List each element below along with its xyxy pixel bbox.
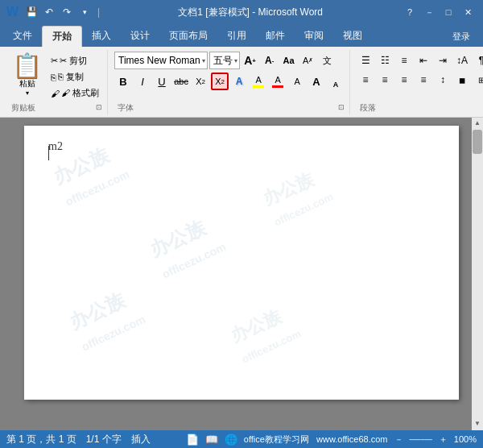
tab-view[interactable]: 视图 — [333, 26, 372, 47]
paste-dropdown-arrow[interactable]: ▾ — [26, 89, 29, 97]
status-left: 第 1 页，共 1 页 1/1 个字 插入 — [6, 433, 151, 446]
paragraph-label: 段落 — [357, 102, 379, 114]
highlight-label: A — [255, 75, 261, 85]
tab-review[interactable]: 审阅 — [295, 26, 333, 47]
tab-login[interactable]: 登录 — [443, 27, 480, 47]
tab-pagelayout[interactable]: 页面布局 — [159, 26, 217, 47]
shading-button[interactable]: ◼ — [453, 71, 471, 89]
tab-references[interactable]: 引用 — [217, 26, 256, 47]
read-view-button[interactable]: 📖 — [205, 433, 218, 446]
justify-button[interactable]: ≡ — [415, 71, 432, 89]
website-label: office教程学习网 www.office68.com — [244, 433, 388, 446]
change-case-button[interactable]: Aa — [280, 52, 298, 69]
tab-mailings[interactable]: 邮件 — [256, 26, 295, 47]
paragraph-row2: ≡ ≡ ≡ ≡ ↕ ◼ ⊞ — [357, 71, 483, 89]
multilevel-button[interactable]: ≡ — [395, 52, 413, 69]
watermark-5: 办公族offlcezu.com — [227, 300, 304, 367]
text-effects-button[interactable]: A — [230, 73, 248, 90]
undo-qa-button[interactable]: ↶ — [41, 4, 57, 20]
font-row2: B I U abc X2 X2 A A A — [114, 73, 345, 90]
italic-button[interactable]: I — [134, 73, 151, 90]
tab-right-area: 登录 — [443, 27, 480, 47]
clipboard-label: 剪贴板 — [8, 102, 39, 114]
font-name-text: Times New Roman — [117, 55, 202, 66]
site-url: www.office68.com — [316, 434, 387, 444]
paste-icon: 📋 — [12, 54, 42, 78]
tab-insert[interactable]: 插入 — [82, 26, 121, 47]
document-text[interactable]: m2 — [48, 140, 63, 153]
qa-dropdown[interactable]: ▾ — [76, 4, 93, 20]
ribbon: 📋 粘贴 ▾ ✂ ✂ 剪切 ⎘ ⎘ 复制 — [0, 47, 483, 118]
window-controls: ? － □ ✕ — [401, 4, 477, 20]
clear-format-button[interactable]: A✗ — [299, 52, 317, 69]
font-shrink-button[interactable]: A- — [261, 52, 279, 69]
superscript-button[interactable]: X2 — [211, 73, 229, 90]
zoom-slider[interactable]: ──── — [410, 435, 432, 444]
font-bottom: 字体 ⊡ — [114, 101, 345, 114]
align-right-button[interactable]: ≡ — [395, 71, 413, 89]
font-group: Times New Roman ▾ 五号 ▾ A+ A- Aa A✗ 文 — [109, 50, 350, 115]
print-view-button[interactable]: 📄 — [186, 433, 199, 446]
clipboard-expander[interactable]: ⊡ — [96, 103, 102, 111]
scroll-down-arrow[interactable]: ▼ — [473, 418, 482, 429]
paragraph-bottom: 段落 ⊡ — [357, 101, 483, 114]
minimize-button[interactable]: － — [420, 4, 438, 20]
font-size-dropdown[interactable]: 五号 ▾ — [209, 52, 240, 69]
font-color-label: A — [275, 75, 280, 85]
tab-design[interactable]: 设计 — [121, 26, 159, 47]
strikethrough-button[interactable]: abc — [172, 73, 190, 90]
help-button[interactable]: ? — [401, 4, 419, 20]
bold-button[interactable]: B — [114, 73, 132, 90]
redo-qa-button[interactable]: ↷ — [59, 4, 75, 20]
quick-access-toolbar: 💾 ↶ ↷ ▾ | — [23, 4, 100, 20]
save-qa-button[interactable]: 💾 — [23, 4, 39, 20]
cut-button[interactable]: ✂ ✂ 剪切 — [47, 53, 102, 68]
show-marks-button[interactable]: ¶ — [473, 52, 483, 69]
clipboard-right-buttons: ✂ ✂ 剪切 ⎘ ⎘ 复制 🖌 🖌 格式刷 — [47, 52, 102, 101]
paragraph-group-content: ☰ ☷ ≡ ⇤ ⇥ ↕A ¶ ≡ ≡ ≡ ≡ ↕ ◼ — [357, 52, 483, 101]
paste-button[interactable]: 📋 粘贴 ▾ — [8, 52, 46, 99]
phonetic-button[interactable]: 文 — [319, 52, 336, 69]
cut-label: ✂ 剪切 — [60, 55, 87, 67]
close-button[interactable]: ✕ — [459, 4, 477, 20]
highlight-color-button[interactable]: A — [250, 73, 267, 89]
document-area: ▲ ▼ 办公族offlcezu.com 办公族offlcezu.com 办公族o… — [0, 118, 483, 448]
watermark-3: 办公族offlcezu.com — [259, 163, 336, 230]
font-color-bar — [272, 85, 283, 88]
scroll-thumb[interactable] — [473, 130, 482, 154]
char-size-big[interactable]: A — [308, 73, 325, 90]
border-button[interactable]: ⊞ — [473, 71, 483, 89]
zoom-in-button[interactable]: ＋ — [439, 433, 448, 446]
center-button[interactable]: ≡ — [376, 71, 394, 89]
font-size-arrow: ▾ — [234, 57, 237, 64]
format-painter-button[interactable]: 🖌 🖌 格式刷 — [47, 85, 102, 101]
underline-button[interactable]: U — [153, 73, 171, 90]
font-color-button[interactable]: A — [269, 73, 287, 89]
subscript-button[interactable]: X2 — [192, 73, 209, 90]
font-group-content: Times New Roman ▾ 五号 ▾ A+ A- Aa A✗ 文 — [114, 52, 345, 101]
numbering-button[interactable]: ☷ — [376, 52, 394, 69]
tab-file[interactable]: 文件 — [3, 26, 42, 47]
zoom-out-button[interactable]: － — [394, 433, 403, 446]
copy-button[interactable]: ⎘ ⎘ 复制 — [47, 69, 102, 85]
tab-home[interactable]: 开始 — [42, 26, 82, 48]
font-grow-button[interactable]: A+ — [242, 52, 259, 69]
line-spacing-button[interactable]: ↕ — [434, 71, 452, 89]
font-name-dropdown[interactable]: Times New Roman ▾ — [114, 52, 208, 69]
sort-button[interactable]: ↕A — [453, 52, 471, 69]
increase-indent-button[interactable]: ⇥ — [434, 52, 452, 69]
decrease-indent-button[interactable]: ⇤ — [415, 52, 432, 69]
vertical-scrollbar[interactable]: ▲ ▼ — [472, 118, 483, 430]
ribbon-tab-bar: 文件 开始 插入 设计 页面布局 引用 邮件 审阅 视图 登录 — [0, 24, 483, 47]
restore-button[interactable]: □ — [440, 4, 457, 20]
char-size-small[interactable]: A — [327, 73, 345, 90]
font-expander[interactable]: ⊡ — [338, 103, 345, 111]
web-view-button[interactable]: 🌐 — [225, 433, 237, 446]
window-title: 文档1 [兼容模式] - Microsoft Word — [100, 6, 401, 19]
word-count: 1/1 个字 — [86, 433, 122, 446]
bullets-button[interactable]: ☰ — [357, 52, 374, 69]
char-spacing-button[interactable]: A — [288, 73, 306, 90]
scroll-up-arrow[interactable]: ▲ — [473, 118, 482, 128]
align-left-button[interactable]: ≡ — [357, 71, 374, 89]
app-window: W 💾 ↶ ↷ ▾ | 文档1 [兼容模式] - Microsoft Word … — [0, 0, 483, 448]
